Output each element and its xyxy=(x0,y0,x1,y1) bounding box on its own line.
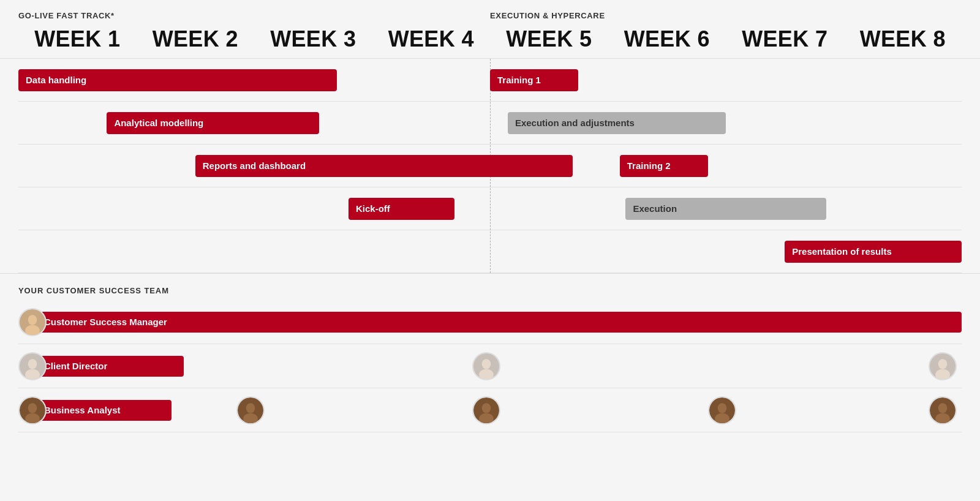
team-bar-cd: Client Director xyxy=(36,356,184,377)
week-4-label: WEEK 4 xyxy=(372,26,491,52)
svg-point-8 xyxy=(479,369,494,380)
gantt-bar-training-2: Training 2 xyxy=(620,155,708,177)
team-rows: Customer Success Manager Client Director… xyxy=(18,300,962,432)
svg-point-22 xyxy=(718,403,727,413)
avatar-csm-0 xyxy=(18,308,47,336)
gantt-bar-reports-and-dashboard: Reports and dashboard xyxy=(195,155,573,177)
left-label: GO-LIVE FAST TRACK* xyxy=(18,11,115,20)
gantt-area: Data handlingTraining 1Analytical modell… xyxy=(0,59,980,273)
gantt-bar-kick-off: Kick-off xyxy=(349,198,454,220)
week-7-label: WEEK 7 xyxy=(726,26,844,52)
team-row-csm: Customer Success Manager xyxy=(18,300,962,344)
avatar-ba-2 xyxy=(472,396,500,424)
team-title: YOUR CUSTOMER SUCCESS TEAM xyxy=(18,286,962,295)
week-2-label: WEEK 2 xyxy=(137,26,255,52)
svg-point-13 xyxy=(28,403,37,413)
avatar-cd-0 xyxy=(18,352,47,380)
svg-point-10 xyxy=(938,359,948,369)
svg-point-17 xyxy=(243,413,258,424)
week-8-label: WEEK 8 xyxy=(844,26,962,52)
gantt-bar-data-handling: Data handling xyxy=(18,69,337,91)
week-6-label: WEEK 6 xyxy=(608,26,726,52)
avatar-cd-2 xyxy=(929,352,957,380)
avatar-cd-1 xyxy=(472,352,500,380)
week-5-label: WEEK 5 xyxy=(490,26,608,52)
team-bar-ba: Business Analyst xyxy=(36,400,172,421)
top-labels: GO-LIVE FAST TRACK* EXECUTION & HYPERCAR… xyxy=(0,0,980,20)
svg-point-14 xyxy=(25,413,40,424)
svg-point-2 xyxy=(25,325,40,336)
svg-point-19 xyxy=(482,403,491,413)
svg-point-7 xyxy=(482,359,491,369)
team-section: YOUR CUSTOMER SUCCESS TEAM Customer Succ… xyxy=(0,273,980,432)
svg-point-25 xyxy=(938,403,948,413)
svg-point-20 xyxy=(479,413,494,424)
gantt-bar-execution-and-adjustments: Execution and adjustments xyxy=(508,112,726,134)
avatar-ba-4 xyxy=(929,396,957,424)
gantt-bar-presentation-of-results: Presentation of results xyxy=(785,241,962,263)
right-label: EXECUTION & HYPERCARE xyxy=(490,11,605,20)
gantt-bar-training-1: Training 1 xyxy=(490,69,578,91)
avatar-ba-3 xyxy=(708,396,736,424)
week-3-label: WEEK 3 xyxy=(254,26,372,52)
team-row-cd: Client Director xyxy=(18,344,962,388)
avatar-ba-1 xyxy=(236,396,265,424)
svg-point-23 xyxy=(715,413,729,424)
gantt-bar-analytical-modelling: Analytical modelling xyxy=(107,112,319,134)
svg-point-5 xyxy=(25,369,40,380)
avatar-ba-0 xyxy=(18,396,47,424)
gantt-bar-execution: Execution xyxy=(625,198,826,220)
svg-point-11 xyxy=(935,369,950,380)
weeks-header: WEEK 1WEEK 2WEEK 3WEEK 4WEEK 5WEEK 6WEEK… xyxy=(0,20,980,59)
svg-point-26 xyxy=(935,413,950,424)
svg-point-1 xyxy=(28,315,37,325)
svg-point-4 xyxy=(28,359,37,369)
team-bar-csm: Customer Success Manager xyxy=(36,312,962,333)
team-row-ba: Business Analyst xyxy=(18,388,962,432)
week-1-label: WEEK 1 xyxy=(18,26,137,52)
svg-point-16 xyxy=(246,403,255,413)
